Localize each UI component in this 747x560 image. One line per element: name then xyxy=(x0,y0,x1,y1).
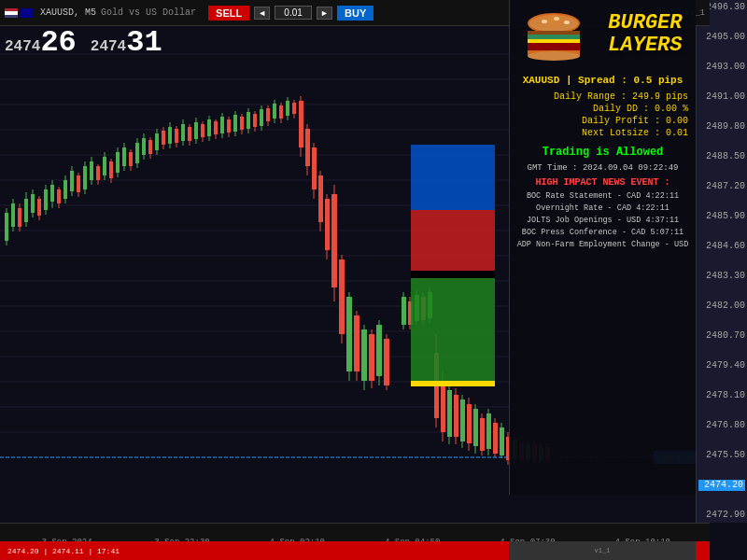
bottom-bar-text: 2474.20 | 2474.11 | 17:41 xyxy=(7,547,120,555)
gold-bar xyxy=(411,381,495,386)
svg-rect-188 xyxy=(528,35,580,39)
svg-rect-190 xyxy=(528,43,580,50)
ask-suffix: 31 xyxy=(126,25,162,60)
price-label: 2495.00 xyxy=(698,32,745,43)
news-item: BOC Rate Statement - CAD 4:22:11 xyxy=(514,191,691,203)
price-label: 2474.20 xyxy=(698,480,745,491)
svg-rect-189 xyxy=(528,39,580,43)
panel-info: XAUUSD | Spread : 0.5 pips Daily Range :… xyxy=(510,75,696,191)
price-label: 2478.10 xyxy=(698,390,745,401)
price-label: 2488.50 xyxy=(698,151,745,162)
price-label: 2491.00 xyxy=(698,91,745,103)
pair-full: Gold vs US Dollar xyxy=(101,7,196,18)
burger-icon-svg xyxy=(524,12,585,63)
lot-input[interactable] xyxy=(275,6,312,20)
lot-down-button[interactable]: ◄ xyxy=(254,7,270,20)
price-label: 2485.90 xyxy=(698,211,745,222)
price-label: 2476.80 xyxy=(698,420,745,431)
bid-display: 247426 xyxy=(5,28,77,58)
gmt-time: GMT Time : 2024.09.04 09:22:49 xyxy=(517,163,688,173)
blue-box xyxy=(411,145,495,210)
news-item: ADP Non-Farm Employment Change - USD xyxy=(514,240,691,251)
burger-logo: BURGER LAYERS xyxy=(519,5,687,70)
price-label: 2489.80 xyxy=(698,121,745,133)
next-lotsize-line: Next Lotsize : 0.01 xyxy=(517,128,688,138)
daily-dd-line: Daily DD : 0.00 % xyxy=(517,104,688,114)
news-item: BOC Press Conference - CAD 5:07:11 xyxy=(514,228,691,239)
price-label: 2472.90 xyxy=(698,510,745,521)
high-impact-title: HIGH IMPACT NEWS EVENT : xyxy=(517,177,688,188)
news-item: Overnight Rate - CAD 4:22:11 xyxy=(514,203,691,215)
bid-suffix: 26 xyxy=(40,25,76,60)
price-label: 2482.00 xyxy=(698,301,745,312)
trading-allowed: Trading is Allowed xyxy=(517,146,688,159)
bid-ask-display: 247426 247431 xyxy=(5,28,162,58)
ask-price: 247431 xyxy=(91,29,162,58)
burger-word1: BURGER xyxy=(608,12,682,35)
price-label: 2479.40 xyxy=(698,360,745,371)
red-box xyxy=(411,210,495,271)
ask-prefix: 2474 xyxy=(91,38,126,55)
daily-range-line: Daily Range : 249.9 pips xyxy=(517,91,688,102)
svg-point-192 xyxy=(528,51,580,61)
price-label: 2487.20 xyxy=(698,181,745,192)
bid-prefix: 2474 xyxy=(5,38,40,55)
bottom-right-bar: v1_1 xyxy=(509,541,696,560)
burger-text: BURGER LAYERS xyxy=(608,12,682,57)
svg-point-196 xyxy=(528,13,580,34)
news-items-container: BOC Rate Statement - CAD 4:22:11Overnigh… xyxy=(510,191,696,251)
price-label: 2480.70 xyxy=(698,330,745,342)
burger-word2: LAYERS xyxy=(608,35,682,57)
price-label: 2483.30 xyxy=(698,271,745,282)
chart-boxes xyxy=(411,145,495,386)
daily-profit-line: Daily Profit : 0.00 xyxy=(517,116,688,126)
sell-button[interactable]: SELL xyxy=(208,6,249,21)
buy-button[interactable]: BUY xyxy=(337,6,374,21)
bid-price: 247426 xyxy=(5,29,77,58)
right-panel: BURGER LAYERS XAUUSD | Spread : 0.5 pips… xyxy=(509,0,696,495)
flag-gold-icon xyxy=(20,8,33,18)
price-label: 2493.00 xyxy=(698,62,745,73)
pair-flags xyxy=(5,8,33,18)
green-box xyxy=(411,278,495,381)
price-label: 2484.60 xyxy=(698,241,745,252)
pair-spread-line: XAUUSD | Spread : 0.5 pips xyxy=(517,75,688,86)
news-item: JOLTS Job Openings - USD 4:37:11 xyxy=(514,216,691,227)
lot-up-button[interactable]: ► xyxy=(317,7,332,20)
price-scale: 2496.302495.002493.002491.002489.802488.… xyxy=(696,0,747,523)
black-bar xyxy=(411,271,495,278)
flag-us-icon xyxy=(5,8,18,18)
ask-display: 247431 xyxy=(91,28,162,58)
price-label: 2475.50 xyxy=(698,450,745,461)
pair-name: XAUUSD, M5 xyxy=(40,7,96,18)
main-container: XAUUSD, M5 Gold vs US Dollar SELL ◄ ► BU… xyxy=(0,0,747,560)
